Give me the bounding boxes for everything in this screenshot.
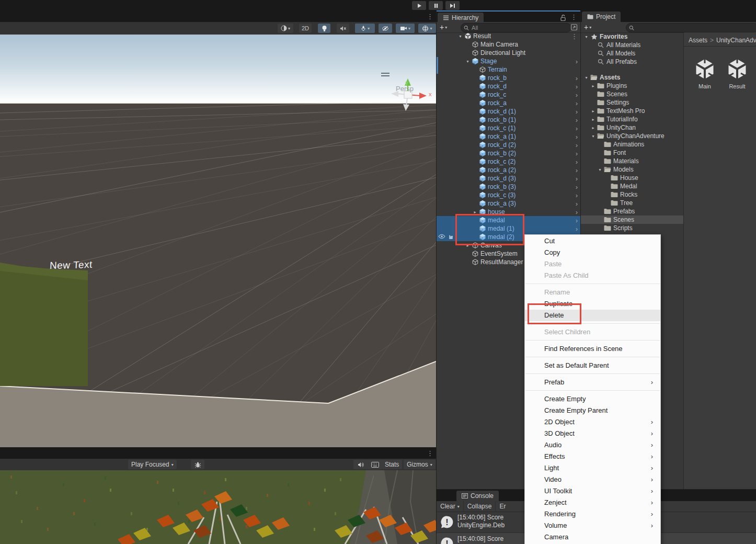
hierarchy-row-rock-a-3[interactable]: rock_a (3)›	[437, 199, 581, 208]
hierarchy-row-rock-c-1[interactable]: rock_c (1)›	[437, 124, 581, 132]
hierarchy-search-field[interactable]	[461, 23, 571, 32]
prefab-enter-arrow-icon[interactable]: ›	[572, 141, 581, 149]
prefab-enter-arrow-icon[interactable]: ›	[572, 183, 581, 191]
console-error-pause-button[interactable]: Er	[496, 501, 509, 512]
project-row-scenes[interactable]: Scenes	[581, 90, 683, 98]
step-button[interactable]	[445, 1, 460, 10]
audio-toggle[interactable]	[353, 460, 368, 469]
project-row-animations[interactable]: Animations	[581, 140, 683, 149]
prefab-enter-arrow-icon[interactable]: ›	[572, 158, 581, 166]
hierarchy-row-rock-c-2[interactable]: rock_c (2)›	[437, 157, 581, 166]
hierarchy-row-rock-c[interactable]: rock_c›	[437, 90, 581, 99]
debug-button[interactable]	[191, 460, 204, 469]
expander-closed-icon[interactable]: ▸	[590, 84, 597, 88]
perspective-label[interactable]: Persp	[396, 85, 414, 93]
project-row-house[interactable]: House	[581, 174, 683, 182]
prefab-enter-arrow-icon[interactable]: ›	[572, 175, 581, 183]
menu-item-create-empty-parent[interactable]: Create Empty Parent	[525, 405, 660, 416]
gizmos-button[interactable]: Gizmos ▾	[404, 460, 436, 469]
menu-item-find-references-in-scene[interactable]: Find References in Scene	[525, 343, 660, 355]
prefab-enter-arrow-icon[interactable]: ›	[572, 191, 581, 199]
pause-button[interactable]	[429, 1, 443, 10]
audio-mute-toggle[interactable]	[337, 24, 349, 33]
prefab-enter-arrow-icon[interactable]: ›	[572, 133, 581, 141]
project-row-scripts[interactable]: Scripts	[581, 224, 683, 232]
expander-closed-icon[interactable]: ▸	[590, 109, 597, 114]
stats-button[interactable]: Stats	[382, 460, 402, 469]
project-row-prefabs[interactable]: Prefabs	[581, 207, 683, 216]
project-search-input[interactable]	[636, 24, 755, 31]
prefab-enter-arrow-icon[interactable]: ›	[572, 58, 581, 65]
project-row-unitychanadventure[interactable]: ▾UnityChanAdventure	[581, 132, 683, 140]
menu-item-light[interactable]: Light›	[525, 462, 660, 474]
prefab-enter-arrow-icon[interactable]: ›	[572, 91, 581, 99]
project-row-tree[interactable]: Tree	[581, 199, 683, 207]
menu-item-camera[interactable]: Camera	[525, 531, 660, 543]
menu-item-2d-object[interactable]: 2D Object›	[525, 416, 660, 428]
expander-closed-icon[interactable]: ▸	[590, 117, 597, 122]
hierarchy-search-input[interactable]	[471, 24, 568, 31]
project-row-favorites[interactable]: ▾Favorites	[581, 32, 683, 41]
project-row-materials[interactable]: Materials	[581, 157, 683, 165]
prefab-enter-arrow-icon[interactable]: ›	[572, 83, 581, 90]
hierarchy-row-rock-d-1[interactable]: rock_d (1)›	[437, 107, 581, 116]
hierarchy-row-rock-c-3[interactable]: rock_c (3)›	[437, 191, 581, 199]
hierarchy-row-rock-a-2[interactable]: rock_a (2)›	[437, 166, 581, 174]
prefab-enter-arrow-icon[interactable]: ›	[572, 124, 581, 132]
tab-hierarchy[interactable]: Hierarchy	[438, 13, 484, 23]
effects-dropdown[interactable]: ▾	[355, 24, 375, 33]
menu-item-volume[interactable]: Volume›	[525, 520, 660, 531]
unlock-icon[interactable]	[560, 14, 566, 21]
hierarchy-row-result[interactable]: ▾Result⋮	[437, 32, 581, 40]
menu-item-prefab[interactable]: Prefab›	[525, 377, 660, 388]
prefab-enter-arrow-icon[interactable]: ›	[572, 108, 581, 116]
game-panel-menu-icon[interactable]: ⋮	[427, 449, 433, 457]
project-search-field[interactable]	[626, 23, 756, 32]
game-viewport[interactable]	[0, 470, 436, 544]
hierarchy-row-rock-b-2[interactable]: rock_b (2)›	[437, 149, 581, 157]
hierarchy-create-button[interactable]: +▾	[440, 23, 447, 31]
expander-open-icon[interactable]: ▾	[583, 35, 590, 39]
hierarchy-row-rock-b[interactable]: rock_b›	[437, 74, 581, 82]
prefab-enter-arrow-icon[interactable]: ›	[572, 74, 581, 82]
2d-toggle[interactable]: 2D	[299, 24, 312, 33]
hierarchy-row-rock-a-1[interactable]: rock_a (1)›	[437, 132, 581, 141]
scene-viewport[interactable]: y x Persp New Text	[0, 35, 436, 447]
hierarchy-row-stage[interactable]: ▾Stage›	[437, 57, 581, 65]
prefab-enter-arrow-icon[interactable]: ›	[572, 200, 581, 208]
lighting-toggle[interactable]	[318, 24, 330, 33]
expander-open-icon[interactable]: ▾	[590, 134, 597, 139]
breadcrumb-current[interactable]: UnityChanAdv	[716, 37, 756, 44]
hierarchy-row-rock-d[interactable]: rock_d›	[437, 82, 581, 90]
expander-open-icon[interactable]: ▾	[597, 167, 603, 172]
menu-item-zenject[interactable]: Zenject›	[525, 497, 660, 508]
scene-panel-menu-icon[interactable]: ⋮	[427, 13, 433, 20]
play-focused-dropdown[interactable]: Play Focused ▾	[128, 460, 177, 469]
project-row-unitychan[interactable]: ▸UnityChan	[581, 123, 683, 132]
project-row-medal[interactable]: Medal	[581, 182, 683, 190]
project-row-all-materials[interactable]: All Materials	[581, 41, 683, 49]
project-row-scenes[interactable]: Scenes	[581, 216, 683, 224]
breadcrumb-root[interactable]: Assets	[689, 37, 707, 44]
project-row-textmesh-pro[interactable]: ▸TextMesh Pro	[581, 107, 683, 115]
play-button[interactable]	[412, 1, 426, 10]
prefab-enter-arrow-icon[interactable]: ›	[572, 116, 581, 124]
camera-settings-dropdown[interactable]: ▾	[396, 24, 415, 33]
tab-console[interactable]: Console	[456, 491, 499, 501]
scene-options-icon[interactable]: ⋮	[571, 32, 581, 40]
expander-closed-icon[interactable]: ▸	[590, 126, 597, 130]
console-clear-button[interactable]: Clear ▾	[437, 501, 464, 512]
expander-open-icon[interactable]: ▾	[583, 75, 590, 80]
gizmos-dropdown[interactable]: ▾	[418, 24, 436, 33]
hierarchy-panel-menu-icon[interactable]: ⋮	[570, 13, 577, 21]
prefab-enter-arrow-icon[interactable]: ›	[572, 150, 581, 157]
menu-item-video[interactable]: Video›	[525, 474, 660, 485]
menu-item-set-as-default-parent[interactable]: Set as Default Parent	[525, 360, 660, 371]
menu-item-create-empty[interactable]: Create Empty	[525, 393, 660, 405]
hierarchy-row-rock-b-1[interactable]: rock_b (1)›	[437, 116, 581, 124]
menu-item-3d-object[interactable]: 3D Object›	[525, 428, 660, 439]
project-create-button[interactable]: +▾	[584, 23, 591, 31]
pick-window-icon[interactable]	[570, 24, 578, 31]
prefab-enter-arrow-icon[interactable]: ›	[572, 208, 581, 216]
project-row-settings[interactable]: Settings	[581, 98, 683, 107]
